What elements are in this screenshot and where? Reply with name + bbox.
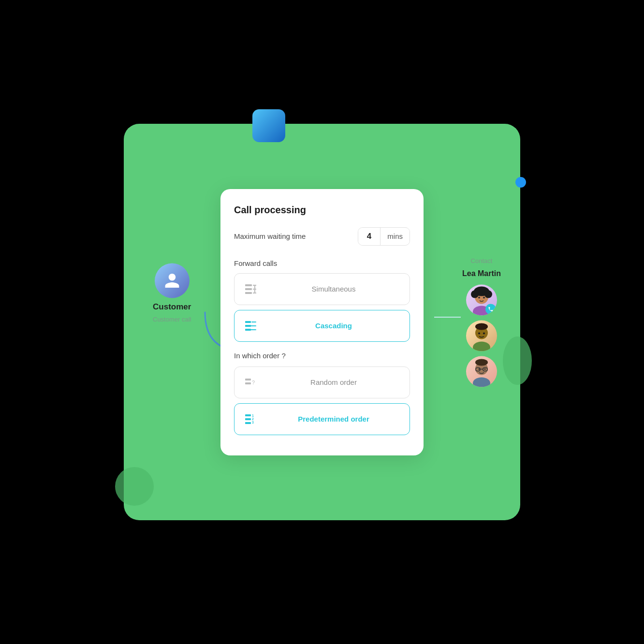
predetermined-icon-box: 1 2 3	[242, 410, 260, 428]
random-icon: ?	[244, 376, 258, 389]
svg-text:3: 3	[252, 421, 254, 424]
predetermined-label: Predetermined order	[265, 415, 402, 423]
avatar-2-svg	[466, 321, 497, 351]
option-predetermined[interactable]: 1 2 3 Predetermined order	[234, 403, 410, 435]
avatar-3-face	[466, 356, 497, 387]
svg-rect-5	[245, 325, 251, 327]
green-blob-right	[503, 337, 532, 385]
waiting-time-value: 4	[358, 228, 381, 245]
user-icon	[163, 272, 181, 290]
svg-rect-11	[245, 418, 251, 420]
svg-rect-10	[245, 414, 251, 416]
predetermined-icon: 1 2 3	[244, 412, 258, 426]
main-card: Call processing Maximum waiting time 4 m…	[220, 189, 424, 455]
contact-avatar-2[interactable]	[466, 321, 497, 351]
svg-point-31	[473, 378, 490, 387]
customer-subtitle: Customer call	[153, 316, 191, 323]
svg-point-36	[484, 368, 485, 370]
svg-point-26	[473, 342, 490, 351]
option-simultaneous[interactable]: Simultaneous	[234, 273, 410, 305]
cascading-label: Cascading	[265, 322, 402, 330]
scene: Customer Customer call Call processing M…	[0, 0, 644, 644]
svg-point-27	[478, 333, 480, 335]
waiting-time-unit: mins	[381, 228, 410, 244]
svg-text:1: 1	[252, 414, 254, 417]
cascading-icon-box	[242, 317, 260, 335]
contact-avatar-1[interactable]	[466, 285, 497, 316]
option-cascading[interactable]: Cascading	[234, 310, 410, 342]
right-connector-line	[434, 316, 463, 318]
simultaneous-label: Simultaneous	[265, 285, 402, 293]
svg-point-19	[471, 291, 479, 298]
svg-rect-1	[245, 288, 252, 290]
phone-icon	[488, 307, 494, 312]
svg-rect-4	[245, 321, 251, 323]
card-title: Call processing	[234, 205, 410, 216]
customer-name: Customer	[153, 302, 191, 312]
svg-rect-2	[245, 292, 252, 294]
contact-label: Contact	[471, 257, 493, 264]
svg-point-35	[478, 368, 480, 370]
waiting-time-row: Maximum waiting time 4 mins	[234, 227, 410, 246]
waiting-time-control[interactable]: 4 mins	[358, 227, 410, 246]
phone-badge	[485, 304, 496, 315]
random-icon-box: ?	[242, 374, 260, 391]
svg-point-30	[475, 359, 488, 366]
svg-point-25	[475, 323, 488, 330]
green-blob-left	[115, 467, 154, 506]
svg-rect-0	[245, 284, 252, 286]
contact-avatar-3[interactable]	[466, 356, 497, 387]
svg-rect-12	[245, 422, 251, 424]
green-card: Customer Customer call Call processing M…	[124, 124, 520, 520]
simultaneous-icon	[244, 282, 258, 296]
avatar-3-svg	[466, 356, 497, 387]
option-random[interactable]: ? Random order	[234, 366, 410, 398]
contact-panel: Contact Lea Martin	[462, 257, 501, 387]
svg-text:2: 2	[252, 417, 254, 421]
random-label: Random order	[265, 378, 402, 386]
svg-point-20	[484, 291, 492, 298]
svg-text:?: ?	[252, 380, 255, 385]
order-label: In which order ?	[234, 351, 410, 360]
customer-avatar	[155, 263, 190, 298]
svg-rect-7	[245, 379, 251, 381]
avatar-2-face	[466, 321, 497, 351]
waiting-time-label: Maximum waiting time	[234, 232, 306, 240]
cascading-icon	[244, 319, 258, 333]
contact-name: Lea Martin	[462, 269, 501, 278]
blue-square-decoration	[252, 109, 285, 142]
svg-point-28	[483, 333, 485, 335]
customer-node: Customer Customer call	[153, 263, 191, 323]
svg-rect-8	[245, 382, 251, 384]
svg-point-23	[483, 297, 485, 299]
svg-point-22	[478, 297, 480, 299]
simultaneous-icon-box	[242, 280, 260, 298]
blue-dot-decoration	[515, 177, 526, 188]
forward-calls-label: Forward calls	[234, 259, 410, 267]
